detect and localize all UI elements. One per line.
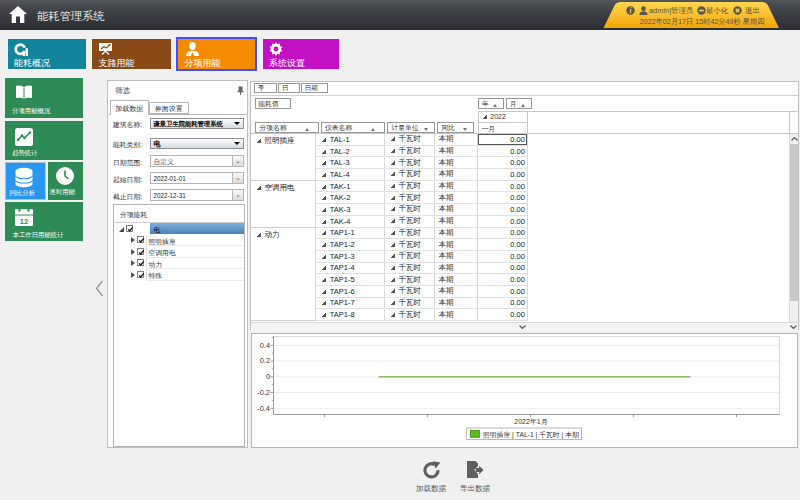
svg-text:12: 12 (20, 217, 28, 226)
svg-text:-0.2: -0.2 (257, 387, 270, 396)
svg-text:照明插座 | TAL-1 | 千瓦时 | 本期: 照明插座 | TAL-1 | 千瓦时 | 本期 (483, 430, 579, 438)
svg-text:2022年1月: 2022年1月 (514, 417, 547, 425)
svg-text:0.4: 0.4 (260, 340, 270, 349)
svg-text:0: 0 (266, 372, 270, 381)
svg-text:0.2: 0.2 (260, 356, 270, 365)
svg-text:i: i (629, 7, 631, 15)
svg-text:-0.4: -0.4 (257, 403, 270, 412)
